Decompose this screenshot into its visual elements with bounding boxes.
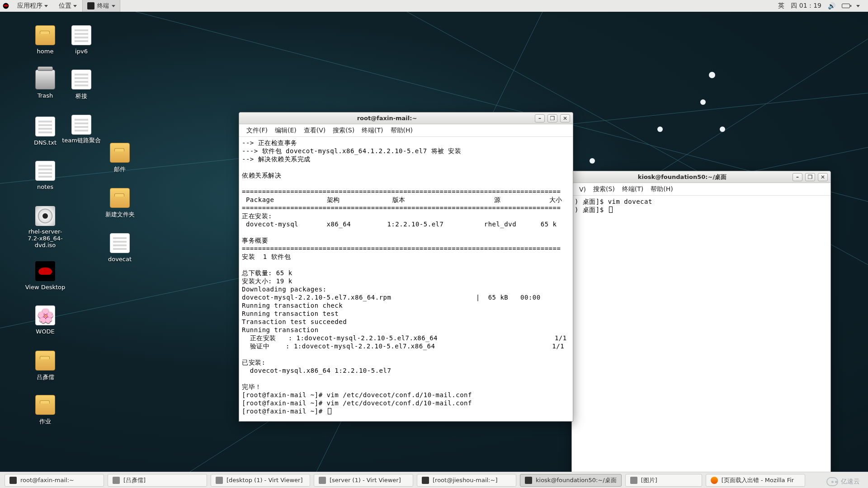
document-icon — [110, 233, 130, 253]
document-icon — [35, 117, 55, 136]
desktop-icon-mail[interactable]: 邮件 — [97, 143, 142, 174]
ime-indicator[interactable]: 英 — [778, 2, 784, 10]
tray: 英 四 01 : 19 🔊 — [778, 2, 868, 10]
document-icon — [35, 161, 55, 181]
menu-terminal[interactable]: 终端(T) — [360, 126, 385, 136]
firefox-icon — [711, 477, 718, 484]
folder-icon — [110, 143, 130, 163]
minimize-button[interactable]: – — [793, 173, 802, 181]
desktop-icon-view-desktop[interactable]: View Desktop — [23, 261, 68, 291]
panel-task-terminal[interactable]: 终端 — [82, 0, 120, 12]
window-icon — [113, 477, 120, 484]
terminal-icon — [87, 2, 94, 9]
terminal-icon — [9, 477, 17, 484]
desktop-icon-newfolder[interactable]: 新建文件夹 — [97, 188, 142, 219]
cursor-icon — [609, 206, 613, 213]
task-button[interactable]: root@faxin-mail:~ — [5, 474, 104, 487]
menu-help[interactable]: 帮助(H) — [389, 126, 415, 136]
task-button[interactable]: [root@jieshou-mail:~] — [417, 474, 516, 487]
folder-icon — [35, 25, 55, 45]
task-button[interactable]: [页面载入出错 - Mozilla Fir — [706, 474, 805, 487]
task-button[interactable]: [server (1) - Virt Viewer] — [314, 474, 413, 487]
maximize-button[interactable]: ❐ — [547, 114, 557, 122]
terminal-window-kiosk[interactable]: kiosk@foundation50:~/桌面 – ❐ ✕ V) 搜索(S) 终… — [571, 171, 831, 488]
desktop-icon-bridge[interactable]: 桥接 — [59, 70, 104, 100]
close-button[interactable]: ✕ — [560, 114, 570, 122]
clock[interactable]: 四 01 : 19 — [791, 2, 821, 10]
terminal-output[interactable]: ) 桌面]$ vim dovecat ) 桌面]$ — [572, 196, 830, 488]
menu-applications[interactable]: 应用程序 — [12, 2, 53, 10]
document-icon — [71, 25, 91, 45]
maximize-button[interactable]: ❐ — [805, 173, 815, 181]
battery-icon[interactable] — [842, 4, 850, 8]
chevron-down-icon — [44, 5, 48, 7]
disc-icon — [35, 206, 55, 226]
titlebar[interactable]: kiosk@foundation50:~/桌面 – ❐ ✕ — [572, 171, 830, 183]
menu-search[interactable]: 搜索(S) — [591, 184, 617, 194]
menu-search[interactable]: 搜索(S) — [331, 126, 356, 136]
folder-icon — [35, 395, 55, 415]
redhat-logo-icon — [0, 0, 12, 12]
document-icon — [71, 115, 91, 135]
cloud-icon — [826, 477, 838, 486]
task-button[interactable]: [desktop (1) - Virt Viewer] — [211, 474, 310, 487]
menu-places[interactable]: 位置 — [53, 2, 82, 10]
close-button[interactable]: ✕ — [818, 173, 828, 181]
document-icon — [71, 70, 91, 89]
desktop-icon-lyr[interactable]: 吕彥儒 — [23, 351, 68, 381]
task-button[interactable]: [吕彥儒] — [108, 474, 207, 487]
window-icon — [319, 477, 326, 484]
chevron-down-icon — [112, 5, 115, 7]
menubar[interactable]: 文件(F) 编辑(E) 查看(V) 搜索(S) 终端(T) 帮助(H) — [239, 124, 573, 137]
picture-icon: 🌸 — [35, 305, 55, 325]
volume-icon[interactable]: 🔊 — [828, 2, 835, 9]
desktop-icon-team[interactable]: team链路聚合 — [59, 115, 104, 144]
task-button-active[interactable]: kiosk@foundation50:~/桌面 — [520, 474, 622, 487]
task-button[interactable]: [图片] — [625, 474, 702, 487]
menu-view-partial[interactable]: V) — [577, 185, 588, 194]
top-panel: 应用程序 位置 终端 英 四 01 : 19 🔊 — [0, 0, 868, 12]
window-icon — [630, 477, 637, 484]
folder-icon — [110, 188, 130, 208]
window-title: root@faxin-mail:~ — [239, 115, 535, 122]
titlebar[interactable]: root@faxin-mail:~ – ❐ ✕ — [239, 113, 573, 124]
terminal-window-root[interactable]: root@faxin-mail:~ – ❐ ✕ 文件(F) 编辑(E) 查看(V… — [239, 112, 573, 422]
menubar[interactable]: V) 搜索(S) 终端(T) 帮助(H) — [572, 183, 830, 196]
window-icon — [216, 477, 223, 484]
terminal-icon — [525, 477, 532, 484]
chevron-down-icon — [73, 5, 77, 7]
desktop-icon-homework[interactable]: 作业 — [23, 395, 68, 426]
terminal-icon — [422, 477, 429, 484]
menu-view[interactable]: 查看(V) — [302, 126, 328, 136]
window-title: kiosk@foundation50:~/桌面 — [572, 173, 793, 181]
watermark: 亿速云 — [826, 477, 860, 486]
taskbar: root@faxin-mail:~ [吕彥儒] [desktop (1) - V… — [0, 472, 868, 488]
desktop-icon-ipv6[interactable]: ipv6 — [59, 25, 104, 55]
menu-terminal[interactable]: 终端(T) — [620, 184, 645, 194]
trash-icon — [35, 70, 55, 89]
menu-help[interactable]: 帮助(H) — [649, 184, 675, 194]
desktop-icon-dovecat[interactable]: dovecat — [97, 233, 142, 263]
svg-point-1 — [4, 5, 8, 7]
desktop-icon-notes[interactable]: notes — [23, 161, 68, 190]
menu-edit[interactable]: 编辑(E) — [273, 126, 298, 136]
redhat-icon — [35, 261, 55, 281]
minimize-button[interactable]: – — [535, 114, 545, 122]
folder-icon — [35, 351, 55, 371]
desktop-icon-iso[interactable]: rhel-server-7.2-x86_64-dvd.iso — [23, 206, 68, 249]
desktop-icon-wode[interactable]: 🌸WODE — [23, 305, 68, 335]
terminal-output[interactable]: --> 正在检查事务 ---> 软件包 dovecot-mysql.x86_64… — [239, 137, 573, 421]
chevron-down-icon — [856, 5, 860, 7]
menu-file[interactable]: 文件(F) — [245, 126, 269, 136]
